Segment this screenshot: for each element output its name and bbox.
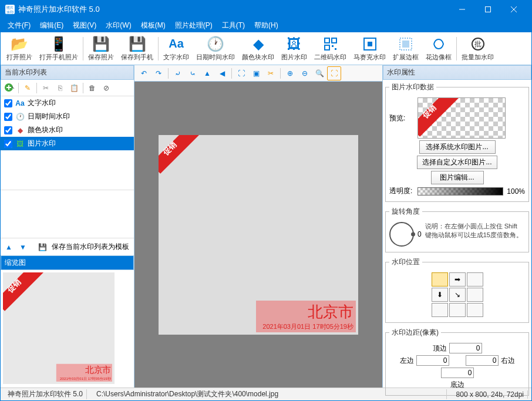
thumb-ribbon: 促销 xyxy=(3,272,44,314)
watermark-checkbox[interactable] xyxy=(4,126,12,134)
clear-button[interactable]: ⊘ xyxy=(100,82,113,95)
add-watermark-button[interactable] xyxy=(3,82,16,95)
watermark-checkbox[interactable] xyxy=(4,113,12,121)
crop2-button[interactable]: ▣ xyxy=(249,66,263,80)
canvas-image[interactable]: 促销 北京市 2021年03月01日 17时05分19秒 xyxy=(159,135,358,335)
qr-watermark-button[interactable]: 二维码水印 xyxy=(311,35,350,63)
color-block-icon: ◆ xyxy=(15,126,25,135)
edit-image-button[interactable]: 图片编辑... xyxy=(431,171,484,184)
flip-h-button[interactable]: ▲ xyxy=(200,66,214,80)
thumb-overlay: 北京市 2021年03月01日 17时05分19秒 xyxy=(56,364,112,382)
delete-button[interactable]: 🗑 xyxy=(86,82,99,95)
timestamp-text: 2021年03月01日 17时05分19秒 xyxy=(258,322,353,331)
move-up-button[interactable]: ▲ xyxy=(3,241,15,253)
pos-top-right[interactable] xyxy=(467,272,483,287)
text-overlay[interactable]: 北京市 2021年03月01日 17时05分19秒 xyxy=(256,301,356,332)
edit-watermark-button[interactable]: ✎ xyxy=(21,82,34,95)
menu-template[interactable]: 模板(M) xyxy=(136,19,170,32)
watermark-item-label: 图片水印 xyxy=(28,139,56,149)
menu-help[interactable]: 帮助(H) xyxy=(250,19,283,32)
status-app: 神奇照片加水印软件 5.0 xyxy=(4,389,87,399)
crop1-button[interactable]: ⛶ xyxy=(234,66,248,80)
open-phone-button[interactable]: 📱打开手机照片 xyxy=(36,35,82,63)
text-watermark-button[interactable]: Aa文字水印 xyxy=(160,35,193,63)
menubar: 文件(F) 编辑(E) 视图(V) 水印(W) 模板(M) 照片处理(P) 工具… xyxy=(1,18,531,32)
select-custom-image-button[interactable]: 选择自定义水印图片... xyxy=(417,156,497,169)
cut-button[interactable]: ✂ xyxy=(39,82,52,95)
redo-button[interactable]: ↷ xyxy=(151,66,166,80)
rotation-dial[interactable] xyxy=(389,222,414,247)
left-panel: 当前水印列表 ✎ ✂ ⎘ 📋 🗑 ⊘ Aa文字水印 🕐日期时间水印 ◆颜色块水印… xyxy=(1,65,134,387)
margin-section: 水印边距(像素) 顶边 左边 右边 底边 xyxy=(385,328,529,396)
rotation-section: 旋转角度 0 说明：在左侧小圆点上按住 Shift 键拖动鼠标可以生成15度倍数… xyxy=(385,207,529,252)
maximize-button[interactable] xyxy=(475,1,501,18)
select-system-image-button[interactable]: 选择系统水印图片... xyxy=(419,140,496,154)
separator xyxy=(36,83,37,93)
preview-ribbon: 促销 xyxy=(418,98,459,139)
color-watermark-button[interactable]: ◆颜色块水印 xyxy=(238,35,278,63)
copy-button[interactable]: ⎘ xyxy=(53,82,66,95)
rotate-right-button[interactable]: ⤿ xyxy=(186,66,200,80)
opacity-slider[interactable] xyxy=(417,187,503,196)
batch-icon: 批 xyxy=(469,36,487,52)
mosaic-watermark-button[interactable]: 马赛克水印 xyxy=(350,35,389,63)
watermark-item-label: 颜色块水印 xyxy=(28,125,63,135)
thumbnail-image[interactable]: 促销 北京市 2021年03月01日 17时05分19秒 xyxy=(3,272,115,384)
menu-tools[interactable]: 工具(T) xyxy=(217,19,250,32)
pos-top-left[interactable] xyxy=(432,272,448,287)
canvas-toolbar: ↶ ↷ ⤾ ⤿ ▲ ◀ ⛶ ▣ ✂ ⊕ ⊖ 🔍 ⛶ xyxy=(134,65,382,82)
rotation-value: 0 xyxy=(417,230,422,238)
save-template-button[interactable]: 保存当前水印列表为模板 xyxy=(49,241,132,253)
zoom-100-button[interactable]: 🔍 xyxy=(312,66,326,80)
close-button[interactable] xyxy=(501,1,527,18)
lace-watermark-button[interactable]: 花边像框 xyxy=(422,35,455,63)
minimize-button[interactable] xyxy=(449,1,475,18)
image-watermark-button[interactable]: 🖼图片水印 xyxy=(278,35,311,63)
pos-mid-center[interactable]: ↘ xyxy=(449,288,466,302)
menu-file[interactable]: 文件(F) xyxy=(3,19,35,32)
margin-top-input[interactable] xyxy=(449,343,482,353)
watermark-item-color[interactable]: ◆颜色块水印 xyxy=(1,123,134,137)
crop3-button[interactable]: ✂ xyxy=(264,66,278,80)
pos-bot-right[interactable] xyxy=(467,303,483,317)
margin-left-input[interactable] xyxy=(416,355,449,366)
zoom-out-button[interactable]: ⊖ xyxy=(298,66,312,80)
pos-bot-center[interactable] xyxy=(449,303,466,317)
watermark-item-image[interactable]: 🖼图片水印 xyxy=(1,137,134,150)
move-down-button[interactable]: ▼ xyxy=(17,241,29,253)
watermark-preview: 促销 xyxy=(417,97,506,139)
watermark-list: Aa文字水印 🕐日期时间水印 ◆颜色块水印 🖼图片水印 xyxy=(1,96,134,190)
margin-right-input[interactable] xyxy=(466,355,499,366)
watermark-checkbox[interactable] xyxy=(4,99,12,107)
svg-text:批: 批 xyxy=(474,40,482,48)
batch-watermark-button[interactable]: 批批量加水印 xyxy=(458,35,497,63)
margin-bottom-input[interactable] xyxy=(441,368,474,378)
menu-view[interactable]: 视图(V) xyxy=(68,19,101,32)
pos-bot-left[interactable] xyxy=(432,303,448,317)
open-photo-button[interactable]: 📂打开照片 xyxy=(3,35,36,63)
section-title: 水印边距(像素) xyxy=(389,328,441,338)
zoom-fit-button[interactable]: ⛶ xyxy=(327,66,341,80)
menu-process[interactable]: 照片处理(P) xyxy=(170,19,217,32)
margin-top-label: 顶边 xyxy=(433,343,447,353)
menu-edit[interactable]: 编辑(E) xyxy=(35,19,68,32)
phone-icon: 📱 xyxy=(49,36,68,52)
rotate-left-button[interactable]: ⤾ xyxy=(171,66,185,80)
canvas-area[interactable]: 促销 北京市 2021年03月01日 17时05分19秒 xyxy=(134,82,382,387)
border-watermark-button[interactable]: 扩展边框 xyxy=(389,35,422,63)
menu-watermark[interactable]: 水印(W) xyxy=(101,19,136,32)
flip-v-button[interactable]: ◀ xyxy=(215,66,229,80)
pos-mid-right[interactable] xyxy=(467,288,483,302)
date-watermark-button[interactable]: 🕐日期时间水印 xyxy=(193,35,238,63)
pos-top-center[interactable]: ➡ xyxy=(449,272,466,287)
save-photo-button[interactable]: 💾保存照片 xyxy=(85,35,117,63)
pos-mid-left[interactable]: ⬇ xyxy=(432,288,448,302)
watermark-checkbox[interactable] xyxy=(4,140,12,148)
promo-ribbon[interactable]: 促销 xyxy=(159,135,200,176)
watermark-item-text[interactable]: Aa文字水印 xyxy=(1,96,134,110)
paste-button[interactable]: 📋 xyxy=(68,82,80,95)
watermark-item-date[interactable]: 🕐日期时间水印 xyxy=(1,110,134,123)
zoom-in-button[interactable]: ⊕ xyxy=(283,66,297,80)
save-phone-button[interactable]: 💾保存到手机 xyxy=(117,35,157,63)
undo-button[interactable]: ↶ xyxy=(137,66,151,80)
